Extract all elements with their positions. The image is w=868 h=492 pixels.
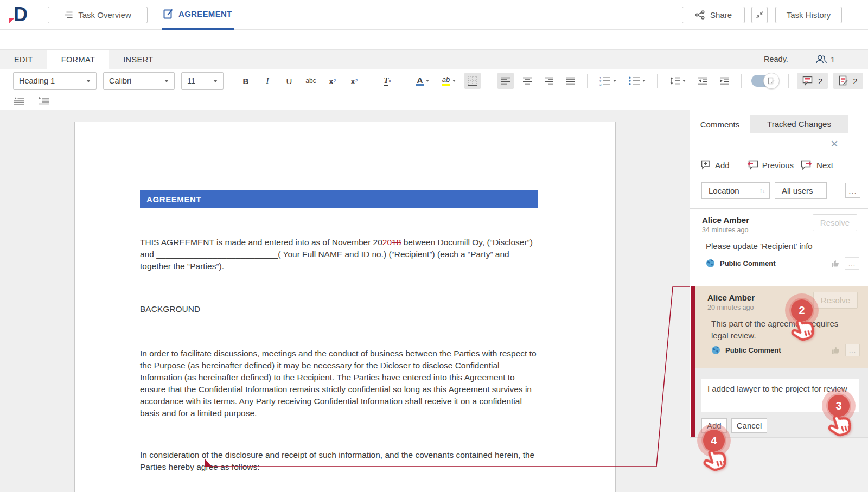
resolve-button[interactable]: Resolve	[813, 292, 858, 309]
font-color-button[interactable]: A	[412, 73, 433, 89]
task-overview-button[interactable]: Task Overview	[48, 7, 148, 23]
document-page[interactable]: AGREEMENT THIS AGREEMENT is made and ent…	[74, 122, 616, 492]
comment-card-1[interactable]: Alice Amber 34 minutes ago Resolve Pleas…	[690, 208, 868, 280]
next-comment-button[interactable]: Next	[801, 160, 833, 170]
bullet-list-button[interactable]	[625, 73, 649, 89]
decrease-indent-button[interactable]	[695, 73, 711, 89]
menu-bar: EDIT FORMAT INSERT	[0, 50, 868, 69]
thumbs-up-icon[interactable]	[831, 259, 840, 267]
location-filter-label: Location	[702, 186, 755, 195]
tracked-changes-count-button[interactable]: 2	[833, 73, 863, 89]
toolbar-divider	[788, 74, 789, 88]
font-family-value: Calibri	[109, 76, 131, 85]
justify-icon	[566, 77, 576, 85]
collapse-view-button[interactable]	[751, 7, 768, 23]
numbered-list-button[interactable]: 123	[596, 73, 620, 89]
share-button[interactable]: Share	[682, 7, 745, 23]
comments-count-button[interactable]: 2	[797, 73, 828, 89]
user-filter-select[interactable]: All users	[775, 182, 827, 199]
italic-button[interactable]: I	[259, 73, 276, 89]
comment-card-2[interactable]: Alice Amber 20 minutes ago Resolve This …	[695, 286, 868, 368]
comment-footer: Public Comment ...	[711, 344, 860, 356]
tab-agreement-document[interactable]: AGREEMENT	[162, 0, 234, 30]
justify-button[interactable]	[563, 73, 579, 89]
add-comment-button[interactable]: Add	[701, 160, 730, 170]
task-history-button[interactable]: Task History	[775, 7, 842, 23]
menu-tab-insert[interactable]: INSERT	[109, 50, 167, 69]
comment-timestamp: 34 minutes ago	[702, 226, 748, 234]
reply-input[interactable]: I added lawyer to the project for review	[701, 379, 859, 412]
align-right-button[interactable]	[541, 73, 557, 89]
reply-buttons: Add Cancel	[701, 418, 767, 433]
menu-tab-format[interactable]: FORMAT	[47, 50, 110, 69]
paragraph-style-value: Heading 1	[19, 76, 55, 85]
align-right-icon	[545, 77, 554, 85]
document-heading-bar[interactable]: AGREEMENT	[140, 190, 538, 208]
first-line-indent-button[interactable]	[11, 93, 27, 110]
borders-icon	[468, 76, 477, 86]
align-center-button[interactable]	[519, 73, 535, 89]
documill-logo[interactable]: D	[9, 4, 28, 25]
superscript-exponent: 2	[334, 78, 336, 84]
align-left-button[interactable]	[497, 73, 514, 89]
chevron-down-icon	[86, 80, 91, 82]
tracked-insertion[interactable]: 20	[382, 238, 392, 247]
line-spacing-button[interactable]	[666, 73, 690, 89]
sort-by-location-select[interactable]: Location ↑↓	[701, 182, 770, 199]
comment-bubble-icon	[802, 76, 814, 86]
main-area: AGREEMENT THIS AGREEMENT is made and ent…	[0, 110, 868, 492]
next-comment-label: Next	[816, 161, 833, 170]
consideration-paragraph[interactable]: In consideration of the disclosure and r…	[140, 449, 538, 473]
subscript-index: 2	[355, 78, 358, 84]
thumbs-up-icon[interactable]	[832, 346, 840, 354]
tab-comments[interactable]: Comments	[690, 115, 750, 133]
first-line-indent-icon	[14, 97, 24, 105]
hanging-indent-button[interactable]	[36, 93, 52, 110]
tracked-changes-tab-label: Tracked Changes	[767, 119, 831, 129]
document-canvas[interactable]: AGREEMENT THIS AGREEMENT is made and ent…	[0, 110, 690, 492]
insert-tab-label: INSERT	[123, 55, 153, 64]
comments-panel-tabs: Comments Tracked Changes	[690, 115, 868, 133]
font-family-select[interactable]: Calibri	[103, 72, 175, 90]
close-panel-button[interactable]: ×	[827, 136, 842, 151]
underline-button[interactable]: U	[281, 73, 297, 89]
paragraph-style-select[interactable]: Heading 1	[13, 72, 97, 90]
highlight-color-button[interactable]: ab	[438, 73, 459, 89]
clear-formatting-button[interactable]: Tx	[379, 73, 395, 89]
toolbar-divider	[229, 74, 229, 88]
tracked-changes-toggle[interactable]	[751, 75, 775, 87]
comment-filters: Location ↑↓ All users ...	[701, 182, 860, 199]
background-paragraph[interactable]: In order to facilitate discussions, meet…	[140, 348, 538, 419]
numbered-list-icon: 123	[599, 76, 611, 86]
chevron-down-icon	[164, 80, 169, 82]
tab-tracked-changes[interactable]: Tracked Changes	[750, 115, 848, 133]
increase-indent-button[interactable]	[717, 73, 733, 89]
add-comment-icon	[701, 160, 711, 170]
chevron-down-icon	[642, 80, 646, 82]
comment-more-button[interactable]: ...	[845, 344, 860, 356]
background-heading[interactable]: BACKGROUND	[140, 303, 538, 315]
active-users-indicator[interactable]: 1	[815, 50, 835, 69]
font-size-select[interactable]: 11	[181, 72, 224, 90]
document-tab-label: AGREEMENT	[178, 9, 232, 18]
subscript-button[interactable]: x2	[346, 73, 362, 89]
reply-cancel-button[interactable]: Cancel	[731, 418, 768, 433]
toolbar-divider	[489, 74, 489, 88]
previous-comment-button[interactable]: Previous	[746, 160, 794, 170]
menu-tab-edit[interactable]: EDIT	[0, 50, 47, 69]
chevron-down-icon	[452, 80, 456, 82]
comment-more-button[interactable]: ...	[845, 257, 859, 270]
tracked-deletion[interactable]: 18	[392, 238, 401, 247]
strikethrough-button[interactable]: abc	[303, 73, 319, 89]
more-filters-button[interactable]: ...	[845, 183, 860, 198]
borders-button[interactable]	[464, 73, 481, 89]
reply-add-button[interactable]: Add	[701, 418, 727, 433]
sort-direction-icon[interactable]: ↑↓	[755, 183, 769, 198]
comment-text: Please update 'Recipient' info	[706, 240, 856, 252]
actions-divider	[738, 159, 738, 170]
strikethrough-label: abc	[305, 77, 316, 85]
bold-button[interactable]: B	[238, 73, 254, 89]
superscript-button[interactable]: x2	[324, 73, 341, 89]
intro-paragraph[interactable]: THIS AGREEMENT is made and entered into …	[140, 237, 538, 272]
resolve-button[interactable]: Resolve	[813, 214, 857, 231]
